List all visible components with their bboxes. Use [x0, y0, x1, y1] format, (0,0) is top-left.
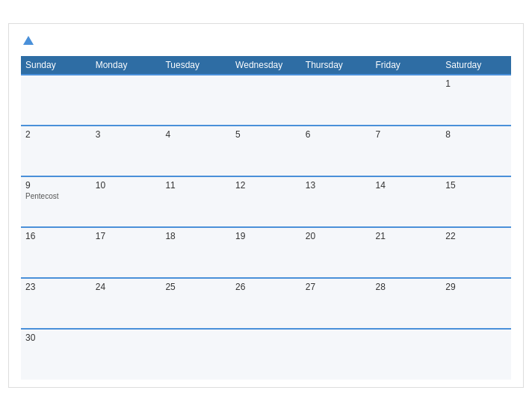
calendar-cell: 5 — [231, 126, 301, 176]
day-number: 25 — [165, 282, 226, 292]
day-number: 9 — [25, 180, 87, 191]
calendar-cell: 17 — [91, 227, 161, 278]
calendar-cell: 18 — [161, 227, 231, 278]
day-number: 11 — [165, 180, 226, 191]
calendar-cell: 12 — [231, 176, 301, 227]
weekday-header: Monday — [91, 56, 161, 75]
day-number: 16 — [25, 231, 87, 241]
day-number: 24 — [96, 282, 157, 292]
day-number: 17 — [96, 231, 157, 241]
day-number: 8 — [445, 129, 507, 140]
logo — [21, 36, 34, 46]
day-number: 20 — [306, 231, 367, 241]
calendar-cell: 23 — [21, 278, 91, 329]
day-number: 28 — [376, 282, 437, 292]
calendar-cell: 30 — [21, 329, 91, 380]
calendar-cell: 11 — [161, 176, 231, 227]
day-number: 1 — [445, 78, 507, 89]
calendar-cell: 3 — [91, 126, 161, 176]
calendar-cell: 6 — [301, 126, 371, 176]
calendar-cell: 26 — [231, 278, 301, 329]
calendar-cell: 4 — [161, 126, 231, 176]
calendar-grid: SundayMondayTuesdayWednesdayThursdayFrid… — [21, 56, 511, 380]
calendar-cell: 20 — [301, 227, 371, 278]
calendar-cell: 16 — [21, 227, 91, 278]
calendar-container: SundayMondayTuesdayWednesdayThursdayFrid… — [8, 23, 524, 388]
calendar-week-row: 23242526272829 — [21, 278, 511, 329]
logo-triangle-icon — [23, 36, 34, 45]
day-number: 29 — [445, 282, 507, 292]
weekday-header: Sunday — [21, 56, 91, 75]
day-number: 6 — [306, 129, 367, 140]
calendar-week-row: 16171819202122 — [21, 227, 511, 278]
day-number: 26 — [235, 282, 297, 292]
day-number: 5 — [235, 129, 297, 140]
calendar-cell: 19 — [231, 227, 301, 278]
day-number: 22 — [445, 231, 507, 241]
logo-general-text — [21, 36, 34, 46]
calendar-cell: 1 — [441, 75, 511, 126]
calendar-cell: 14 — [371, 176, 442, 227]
day-number: 12 — [235, 180, 297, 191]
weekday-header: Thursday — [301, 56, 371, 75]
day-number: 2 — [25, 129, 87, 140]
calendar-header — [21, 36, 511, 46]
day-number: 21 — [376, 231, 437, 241]
calendar-cell — [161, 75, 231, 126]
calendar-cell: 10 — [91, 176, 161, 227]
day-number: 14 — [376, 180, 437, 191]
calendar-week-row: 1 — [21, 75, 511, 126]
day-number: 23 — [25, 282, 87, 292]
day-number: 13 — [306, 180, 367, 191]
calendar-week-row: 9Pentecost101112131415 — [21, 176, 511, 227]
weekday-header: Saturday — [441, 56, 511, 75]
day-number: 3 — [96, 129, 157, 140]
calendar-week-row: 30 — [21, 329, 511, 380]
calendar-cell: 7 — [371, 126, 442, 176]
calendar-cell — [161, 329, 231, 380]
calendar-cell — [301, 329, 371, 380]
calendar-cell: 8 — [441, 126, 511, 176]
calendar-cell: 29 — [441, 278, 511, 329]
calendar-cell: 27 — [301, 278, 371, 329]
day-number: 30 — [25, 333, 87, 343]
calendar-body: 123456789Pentecost1011121314151617181920… — [21, 75, 511, 380]
weekday-header-row: SundayMondayTuesdayWednesdayThursdayFrid… — [21, 56, 511, 75]
day-number: 19 — [235, 231, 297, 241]
calendar-cell: 15 — [441, 176, 511, 227]
calendar-cell: 21 — [371, 227, 442, 278]
calendar-cell — [301, 75, 371, 126]
day-number: 27 — [306, 282, 367, 292]
weekday-header: Friday — [371, 56, 442, 75]
calendar-cell: 24 — [91, 278, 161, 329]
calendar-cell: 9Pentecost — [21, 176, 91, 227]
calendar-cell: 28 — [371, 278, 442, 329]
calendar-cell — [231, 329, 301, 380]
calendar-cell: 25 — [161, 278, 231, 329]
calendar-week-row: 2345678 — [21, 126, 511, 176]
day-number: 18 — [165, 231, 226, 241]
calendar-cell: 22 — [441, 227, 511, 278]
event-label: Pentecost — [25, 192, 87, 200]
calendar-cell — [371, 75, 442, 126]
calendar-cell — [91, 75, 161, 126]
day-number: 10 — [96, 180, 157, 191]
calendar-cell: 2 — [21, 126, 91, 176]
calendar-cell — [21, 75, 91, 126]
day-number: 4 — [165, 129, 226, 140]
calendar-cell — [441, 329, 511, 380]
calendar-cell: 13 — [301, 176, 371, 227]
day-number: 15 — [445, 180, 507, 191]
calendar-cell — [371, 329, 442, 380]
calendar-cell — [231, 75, 301, 126]
calendar-cell — [91, 329, 161, 380]
weekday-header: Wednesday — [231, 56, 301, 75]
day-number: 7 — [376, 129, 437, 140]
weekday-header: Tuesday — [161, 56, 231, 75]
